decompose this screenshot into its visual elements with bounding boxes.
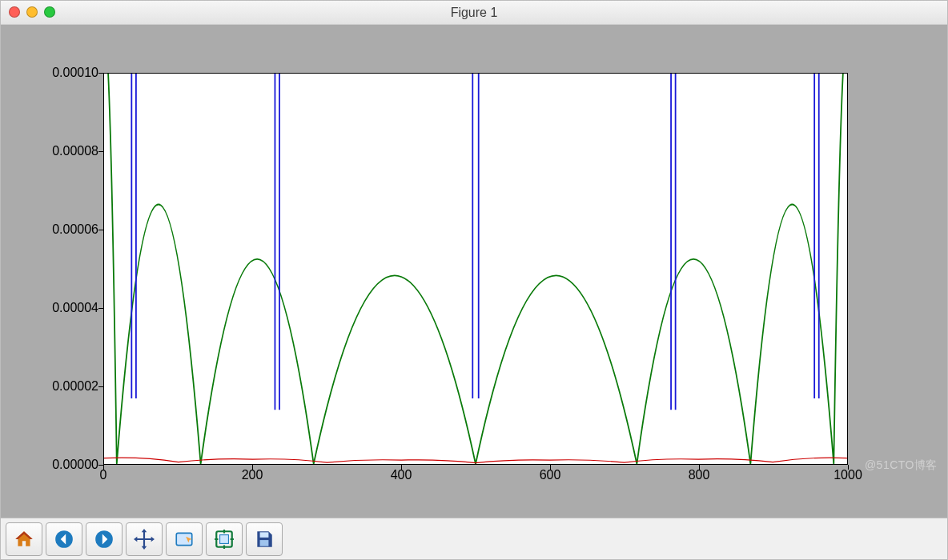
svg-rect-5 [260, 532, 269, 538]
window-title: Figure 1 [451, 6, 498, 20]
window-controls [9, 6, 55, 18]
x-tick-label: 200 [242, 468, 263, 482]
figure-canvas: @51CTO博客 0.000000.000020.000040.000060.0… [1, 25, 947, 518]
plot-svg [104, 74, 847, 464]
forward-button[interactable] [86, 522, 123, 556]
home-icon [14, 529, 34, 550]
layout-icon [214, 529, 235, 550]
plot-axes[interactable] [103, 73, 848, 465]
y-tick-label: 0.00002 [52, 379, 98, 394]
figure-window: Figure 1 @51CTO博客 0.000000.000020.000040… [0, 0, 948, 560]
watermark: @51CTO博客 [865, 458, 938, 473]
move-icon [134, 529, 155, 550]
nav-toolbar [1, 518, 947, 559]
pan-button[interactable] [126, 522, 163, 556]
zoom-icon[interactable] [44, 6, 55, 18]
y-tick-label: 0.00000 [52, 458, 98, 472]
arrow-right-icon [94, 529, 114, 550]
zoom-button[interactable] [166, 522, 203, 556]
floppy-icon [254, 529, 275, 550]
x-tick-label: 800 [689, 468, 710, 482]
arrow-left-icon [54, 529, 74, 550]
titlebar: Figure 1 [1, 1, 947, 25]
zoom-rect-icon [174, 529, 195, 550]
y-tick-label: 0.00006 [52, 222, 98, 237]
home-button[interactable] [6, 522, 42, 556]
back-button[interactable] [46, 522, 82, 556]
y-tick-label: 0.00004 [52, 301, 98, 315]
y-tick-label: 0.00008 [52, 144, 98, 158]
minimize-icon[interactable] [26, 6, 38, 18]
svg-rect-6 [260, 540, 269, 546]
x-tick-label: 1000 [834, 468, 862, 482]
svg-rect-4 [220, 534, 229, 543]
save-button[interactable] [246, 522, 283, 556]
close-icon[interactable] [9, 6, 20, 18]
x-tick-label: 600 [540, 468, 561, 482]
y-tick-label: 0.00010 [52, 66, 98, 80]
configure-button[interactable] [206, 522, 243, 556]
x-tick-label: 0 [100, 468, 107, 482]
x-tick-label: 400 [391, 468, 412, 482]
